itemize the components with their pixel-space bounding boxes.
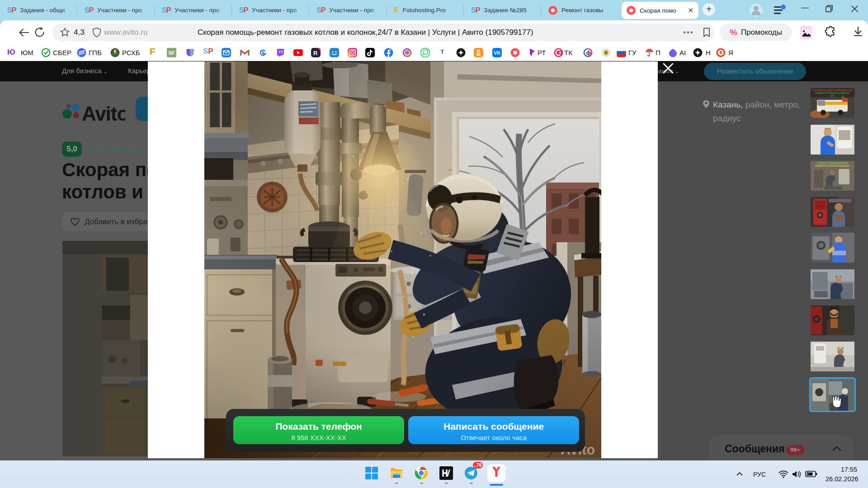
svg-text:24/7: 24/7 bbox=[830, 94, 835, 97]
svg-text:Отвечает около часа: Отвечает около часа bbox=[461, 434, 527, 441]
svg-text:Показать телефон: Показать телефон bbox=[275, 421, 362, 432]
svg-text:R: R bbox=[313, 50, 318, 56]
svg-text:ГАЗОВОЕ ОБОРУДОВАНИЕ: ГАЗОВОЕ ОБОРУДОВАНИЕ bbox=[817, 162, 848, 164]
svg-text:8 958 XXX-XX-XX: 8 958 XXX-XX-XX bbox=[291, 434, 346, 441]
svg-text:Avito: Avito bbox=[82, 103, 125, 124]
svg-text:ф: ф bbox=[586, 50, 591, 56]
svg-text:РЕМОНТ КОТЛОВ И КОЛОНОК: РЕМОНТ КОТЛОВ И КОЛОНОК bbox=[816, 164, 850, 167]
svg-text:Написать сообщение: Написать сообщение bbox=[443, 421, 544, 432]
svg-text:VK: VK bbox=[494, 50, 500, 56]
